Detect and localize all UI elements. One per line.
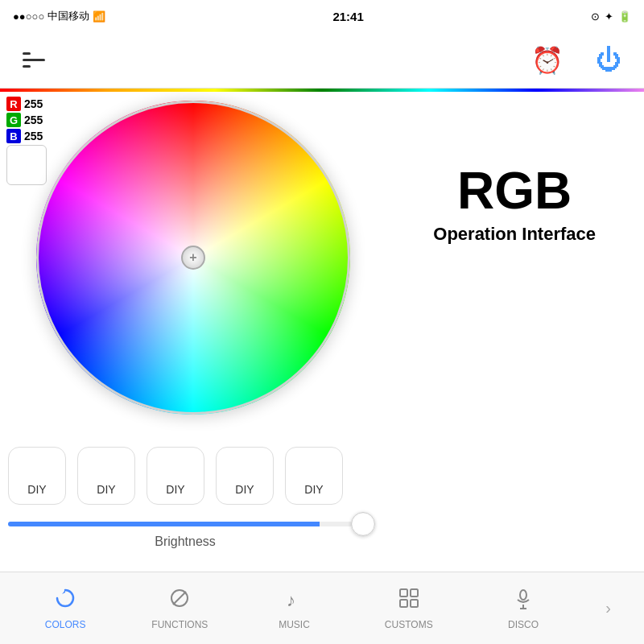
svg-rect-3 [400, 589, 407, 597]
wifi-icon: 📶 [93, 10, 105, 23]
status-time: 21:41 [332, 10, 363, 23]
green-label: G [6, 113, 21, 127]
signal-dots: ●●○○○ [13, 10, 44, 23]
color-wheel[interactable]: + [36, 101, 350, 415]
svg-rect-4 [411, 589, 418, 597]
svg-point-7 [520, 590, 526, 600]
diy-button-5[interactable]: DIY [285, 447, 343, 505]
colors-icon [54, 587, 76, 615]
svg-line-1 [173, 592, 186, 605]
svg-rect-6 [411, 600, 418, 607]
color-wheel-container[interactable]: + [24, 89, 362, 427]
brightness-track[interactable] [8, 522, 362, 526]
tab-music[interactable]: ♪ MUSIC [262, 587, 327, 630]
colors-label: COLORS [45, 619, 86, 630]
brightness-label: Brightness [0, 535, 370, 549]
battery-icon: 🔋 [618, 10, 631, 23]
red-label: R [6, 97, 21, 111]
carrier-name: 中国移动 [47, 9, 89, 23]
diy-button-3[interactable]: DIY [147, 447, 204, 505]
status-bar: ●●○○○ 中国移动 📶 21:41 ⊙ ✦ 🔋 [0, 0, 644, 32]
tab-colors[interactable]: COLORS [33, 587, 97, 630]
tab-functions[interactable]: FUNCTIONS [147, 587, 212, 630]
diy-button-4[interactable]: DIY [216, 447, 274, 505]
diy-button-2[interactable]: DIY [77, 447, 135, 505]
blue-label: B [6, 129, 21, 143]
tab-arrow[interactable]: › [605, 599, 611, 617]
main-rgb-label: RGB [433, 161, 596, 221]
menu-button[interactable] [23, 52, 45, 68]
brightness-section: Brightness [0, 522, 370, 549]
target-icon: ⊙ [591, 10, 600, 23]
tab-disco[interactable]: DISCO [491, 587, 555, 630]
music-label: MUSIC [279, 619, 310, 630]
functions-label: FUNCTIONS [151, 619, 208, 630]
disco-icon [512, 587, 535, 615]
wheel-center[interactable]: + [181, 246, 205, 270]
customs-icon [398, 587, 420, 615]
customs-label: CUSTOMS [385, 619, 433, 630]
status-right: ⊙ ✦ 🔋 [591, 10, 631, 23]
rgb-title: RGB Operation Interface [433, 161, 596, 245]
bottom-tab-bar: COLORS FUNCTIONS ♪ MUSIC CUSTOMS [0, 572, 644, 644]
diy-button-1[interactable]: DIY [8, 447, 66, 505]
power-button[interactable]: ⏻ [596, 45, 621, 76]
alarm-button[interactable]: ⏰ [531, 45, 564, 76]
music-icon: ♪ [283, 587, 306, 615]
functions-icon [168, 587, 191, 615]
diy-buttons: DIYDIYDIYDIYDIY [8, 447, 343, 505]
disco-label: DISCO [508, 619, 539, 630]
status-left: ●●○○○ 中国移动 📶 [13, 9, 105, 23]
bluetooth-icon: ✦ [605, 10, 613, 23]
operation-interface-label: Operation Interface [433, 224, 596, 245]
svg-text:♪: ♪ [287, 590, 295, 609]
tab-customs[interactable]: CUSTOMS [377, 587, 441, 630]
top-nav: ⏰ ⏻ [0, 32, 644, 89]
svg-rect-5 [400, 600, 407, 607]
brightness-thumb[interactable] [351, 512, 375, 536]
